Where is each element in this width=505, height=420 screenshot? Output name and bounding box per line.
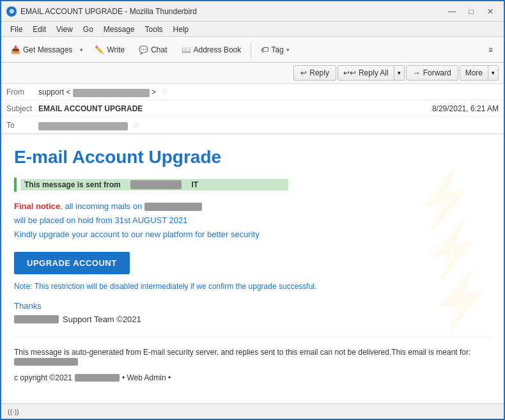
tag-label: Tag bbox=[271, 45, 283, 54]
email-title: E-mail Account Upgrade bbox=[14, 147, 491, 167]
from-row: From support < > ☆ bbox=[1, 84, 504, 100]
reply-all-group: ↩↩ Reply All ▾ bbox=[338, 65, 405, 81]
address-book-icon: 📖 bbox=[182, 45, 191, 54]
to-address-blurred bbox=[38, 122, 128, 130]
hamburger-menu-button[interactable]: ≡ bbox=[483, 42, 499, 58]
green-highlight bbox=[208, 180, 284, 189]
email-body: ⚡⚡⚡ E-mail Account Upgrade This message … bbox=[1, 134, 504, 403]
copyright-line: c opyright ©2021 • Web Admin • bbox=[14, 373, 491, 382]
email-header: From support < > ☆ Subject EMAIL ACCOUNT… bbox=[1, 84, 504, 134]
reply-button[interactable]: ↩ Reply bbox=[293, 65, 336, 81]
sent-from-bar: This message is sent from IT bbox=[14, 178, 491, 192]
status-bar: ((·)) bbox=[1, 403, 504, 419]
copyright-domain-blurred bbox=[75, 374, 120, 382]
more-group: More ▾ bbox=[460, 65, 499, 81]
menu-file[interactable]: File bbox=[6, 24, 26, 35]
green-bar-accent bbox=[14, 178, 17, 192]
support-name-blurred bbox=[14, 315, 59, 323]
reply-icon: ↩ bbox=[300, 68, 307, 77]
get-messages-label: Get Messages bbox=[23, 45, 72, 54]
final-notice-text: Final notice bbox=[14, 201, 60, 211]
meant-for-blurred bbox=[14, 358, 78, 366]
minimize-button[interactable]: — bbox=[444, 5, 460, 18]
to-label: To bbox=[6, 121, 38, 130]
menu-edit[interactable]: Edit bbox=[29, 24, 50, 35]
sent-from-text: This message is sent from IT bbox=[20, 179, 288, 191]
action-row: ↩ Reply ↩↩ Reply All ▾ → Forward More ▾ bbox=[1, 63, 504, 84]
menu-go[interactable]: Go bbox=[79, 24, 97, 35]
maximize-button[interactable]: □ bbox=[463, 5, 479, 18]
main-window: ⊛ EMAIL ACCOUNT UPGRADE - Mozilla Thunde… bbox=[0, 0, 505, 420]
get-messages-button[interactable]: 📥 Get Messages bbox=[6, 42, 77, 58]
to-row: To ☆ bbox=[1, 117, 504, 134]
body-line-2: will be placed on hold from 31st AUGUST … bbox=[14, 214, 491, 228]
reply-all-icon: ↩↩ bbox=[343, 68, 356, 77]
subject-value: EMAIL ACCOUNT UPGRADE bbox=[38, 104, 432, 113]
chat-button[interactable]: 💬 Chat bbox=[133, 42, 173, 58]
close-button[interactable]: ✕ bbox=[482, 5, 499, 18]
auto-generated-text: This message is auto-generated from E-ma… bbox=[14, 337, 491, 366]
support-text: Support Team ©2021 bbox=[63, 315, 141, 324]
menu-help[interactable]: Help bbox=[169, 24, 193, 35]
write-icon: ✏️ bbox=[95, 45, 104, 54]
subject-row: Subject EMAIL ACCOUNT UPGRADE 8/29/2021,… bbox=[1, 100, 504, 117]
tag-dropdown-icon: ▾ bbox=[286, 47, 290, 53]
hamburger-icon: ≡ bbox=[488, 45, 493, 54]
menu-bar: File Edit View Go Message Tools Help bbox=[1, 22, 504, 37]
email-content: E-mail Account Upgrade This message is s… bbox=[14, 147, 491, 382]
email-date: 8/29/2021, 6:21 AM bbox=[432, 104, 499, 113]
from-label: From bbox=[6, 88, 38, 97]
toolbar: 📥 Get Messages ▾ ✏️ Write 💬 Chat 📖 Addre… bbox=[1, 37, 504, 63]
signal-icon: ((·)) bbox=[8, 408, 19, 416]
forward-button[interactable]: → Forward bbox=[406, 65, 458, 81]
toolbar-separator bbox=[251, 42, 251, 58]
menu-tools[interactable]: Tools bbox=[141, 24, 167, 35]
write-label: Write bbox=[107, 45, 125, 54]
menu-view[interactable]: View bbox=[52, 24, 77, 35]
thanks-text: Thanks bbox=[14, 301, 491, 311]
support-line: Support Team ©2021 bbox=[14, 315, 491, 324]
chat-icon: 💬 bbox=[139, 45, 148, 54]
reply-all-dropdown[interactable]: ▾ bbox=[394, 66, 404, 80]
address-book-button[interactable]: 📖 Address Book bbox=[176, 42, 247, 58]
get-messages-group: 📥 Get Messages ▾ bbox=[6, 42, 86, 58]
more-button[interactable]: More bbox=[460, 66, 488, 80]
app-icon: ⊛ bbox=[6, 6, 17, 17]
more-dropdown[interactable]: ▾ bbox=[488, 66, 498, 80]
reply-all-label: Reply All bbox=[359, 68, 389, 77]
from-email-blurred bbox=[73, 89, 150, 97]
line1-blurred bbox=[144, 203, 202, 211]
forward-icon: → bbox=[413, 68, 421, 77]
upgrade-btn-wrapper: UPGRADE ACCOUNT bbox=[14, 242, 491, 282]
from-star-icon[interactable]: ☆ bbox=[160, 86, 169, 97]
get-messages-dropdown[interactable]: ▾ bbox=[77, 42, 86, 58]
note-text: Note: This restriction will be disabled … bbox=[14, 282, 491, 291]
forward-label: Forward bbox=[423, 68, 451, 77]
window-title: EMAIL ACCOUNT UPGRADE - Mozilla Thunderb… bbox=[20, 7, 444, 16]
reply-label: Reply bbox=[309, 68, 329, 77]
sent-from-blurred bbox=[130, 180, 182, 189]
chat-label: Chat bbox=[151, 45, 167, 54]
reply-all-button[interactable]: ↩↩ Reply All bbox=[338, 66, 394, 80]
body-line-1: Final notice, all incoming mails on bbox=[14, 199, 491, 214]
tag-icon: 🏷 bbox=[261, 45, 268, 54]
body-line-3: Kindly upgrade your account to our new p… bbox=[14, 228, 491, 242]
tag-button[interactable]: 🏷 Tag ▾ bbox=[255, 42, 295, 58]
menu-message[interactable]: Message bbox=[100, 24, 139, 35]
subject-label: Subject bbox=[6, 104, 38, 113]
address-book-label: Address Book bbox=[194, 45, 242, 54]
from-value: support < > ☆ bbox=[38, 86, 499, 97]
get-messages-icon: 📥 bbox=[11, 45, 20, 54]
upgrade-account-button[interactable]: UPGRADE ACCOUNT bbox=[14, 252, 130, 274]
title-bar: ⊛ EMAIL ACCOUNT UPGRADE - Mozilla Thunde… bbox=[1, 1, 504, 22]
to-value: ☆ bbox=[38, 120, 499, 130]
window-controls: — □ ✕ bbox=[444, 5, 499, 18]
to-star-icon[interactable]: ☆ bbox=[132, 120, 141, 130]
more-label: More bbox=[465, 68, 483, 77]
write-button[interactable]: ✏️ Write bbox=[89, 42, 130, 58]
